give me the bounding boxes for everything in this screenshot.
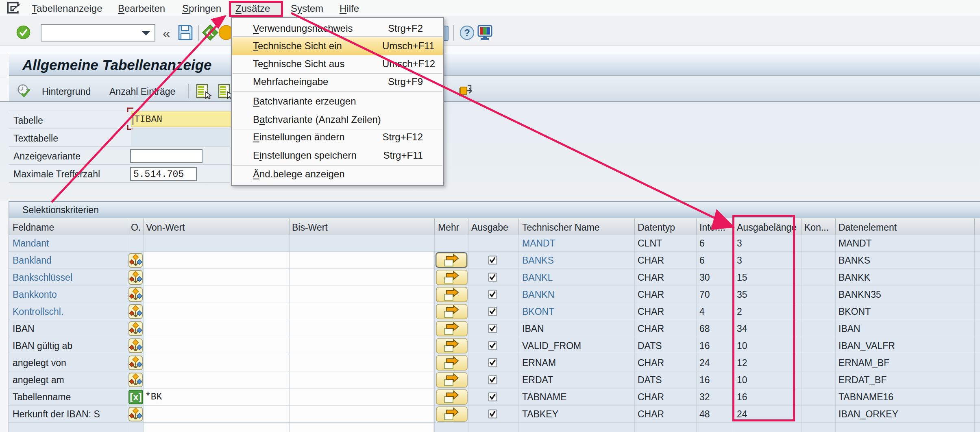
- svg-text:?: ?: [464, 27, 470, 38]
